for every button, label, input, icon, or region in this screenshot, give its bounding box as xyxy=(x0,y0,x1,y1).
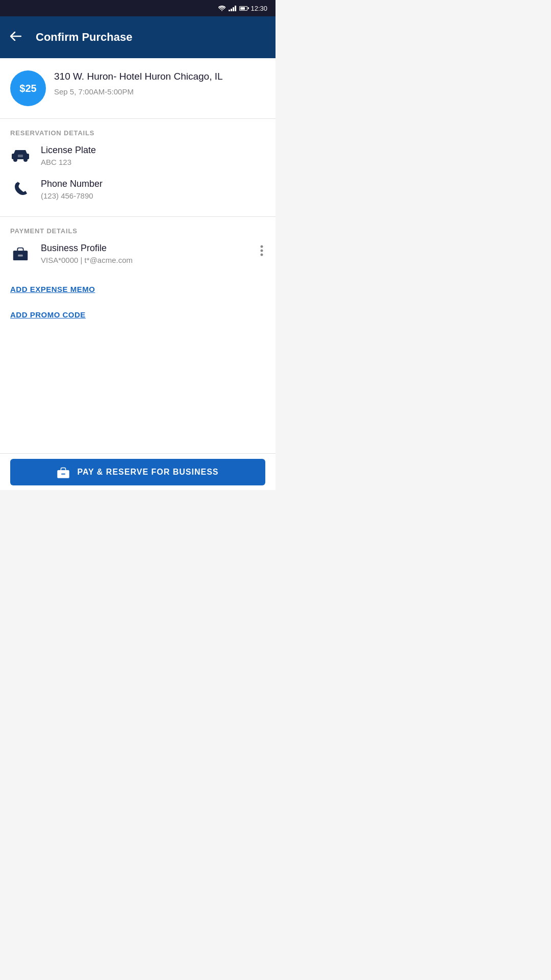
svg-point-8 xyxy=(261,250,263,252)
parking-name: 310 W. Huron- Hotel Huron Chicago, IL xyxy=(54,70,265,83)
license-plate-content: License Plate ABC 123 xyxy=(41,145,265,166)
pay-reserve-button[interactable]: PAY & RESERVE FOR BUSINESS xyxy=(10,459,265,485)
license-plate-row: License Plate ABC 123 xyxy=(10,145,265,166)
payment-section-title: PAYMENT DETAILS xyxy=(10,227,265,235)
status-icons: 12:30 xyxy=(218,5,267,12)
briefcase-icon xyxy=(10,243,31,263)
svg-rect-3 xyxy=(18,155,23,157)
payment-profile-details: VISA*0000 | t*@acme.com xyxy=(41,256,248,264)
phone-value: (123) 456-7890 xyxy=(41,191,265,200)
promo-code-row: ADD PROMO CODE xyxy=(0,302,276,328)
page-title: Confirm Purchase xyxy=(36,31,133,44)
parking-info: 310 W. Huron- Hotel Huron Chicago, IL Se… xyxy=(54,70,265,96)
payment-profile-content: Business Profile VISA*0000 | t*@acme.com xyxy=(41,243,248,264)
bottom-bar: PAY & RESERVE FOR BUSINESS xyxy=(0,453,276,490)
svg-point-2 xyxy=(23,158,28,162)
reservation-section-title: RESERVATION DETAILS xyxy=(10,129,265,137)
phone-content: Phone Number (123) 456-7890 xyxy=(41,179,265,200)
svg-rect-6 xyxy=(18,255,22,257)
back-button[interactable] xyxy=(6,27,26,48)
payment-row: Business Profile VISA*0000 | t*@acme.com xyxy=(10,243,265,264)
license-plate-value: ABC 123 xyxy=(41,158,265,166)
license-plate-label: License Plate xyxy=(41,145,265,156)
svg-point-9 xyxy=(261,254,263,256)
car-icon xyxy=(10,145,31,165)
more-options-icon[interactable] xyxy=(258,243,265,260)
cta-button-label: PAY & RESERVE FOR BUSINESS xyxy=(77,468,218,477)
svg-point-7 xyxy=(261,246,263,248)
expense-memo-row: ADD EXPENSE MEMO xyxy=(0,277,276,302)
parking-card: $25 310 W. Huron- Hotel Huron Chicago, I… xyxy=(0,58,276,118)
add-promo-code-button[interactable]: ADD PROMO CODE xyxy=(10,310,86,319)
reservation-section: RESERVATION DETAILS License Plate ABC 12… xyxy=(0,119,276,216)
payment-section: PAYMENT DETAILS Business Profile VISA*00… xyxy=(0,217,276,277)
signal-icon xyxy=(229,5,236,11)
status-bar: 12:30 xyxy=(0,0,276,16)
payment-profile-label: Business Profile xyxy=(41,243,248,254)
svg-rect-12 xyxy=(62,473,66,475)
phone-row: Phone Number (123) 456-7890 xyxy=(10,179,265,200)
header: Confirm Purchase xyxy=(0,16,276,58)
svg-point-1 xyxy=(13,158,17,162)
wifi-icon xyxy=(218,6,226,11)
price-badge: $25 xyxy=(10,70,46,106)
main-content: $25 310 W. Huron- Hotel Huron Chicago, I… xyxy=(0,58,276,453)
add-expense-memo-button[interactable]: ADD EXPENSE MEMO xyxy=(10,285,95,293)
price-amount: $25 xyxy=(19,83,36,94)
status-time: 12:30 xyxy=(251,5,267,12)
parking-time: Sep 5, 7:00AM-5:00PM xyxy=(54,87,265,96)
phone-icon xyxy=(10,179,31,199)
battery-icon xyxy=(239,6,247,11)
phone-label: Phone Number xyxy=(41,179,265,189)
